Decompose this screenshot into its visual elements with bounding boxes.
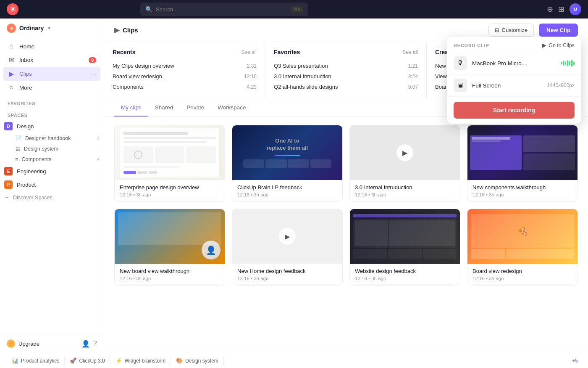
clip-card-2[interactable]: One AI toreplace them all ClickUp Brain [232, 125, 343, 202]
help-icon[interactable]: ? [93, 340, 97, 347]
page-title: Clips [123, 26, 138, 34]
record-clip-title: RECORD CLIP [454, 43, 489, 48]
design-space-label: Design [17, 123, 34, 130]
user-avatar[interactable]: U [570, 3, 581, 15]
favorite-item-1[interactable]: 3.0 Internal Intruduction 3:24 [274, 71, 418, 82]
add-icon[interactable]: ⊕ [547, 5, 553, 14]
tab-my-clips[interactable]: My clips [114, 99, 148, 116]
sidebar-item-clips[interactable]: ▶ Clips ··· [3, 67, 100, 81]
discover-spaces[interactable]: ＋ Discover Spaces [0, 191, 104, 204]
goto-clips-button[interactable]: ▶ Go to Clips [542, 42, 575, 48]
record-option-screen[interactable]: 🖥 Full Screen 1440x900px [447, 74, 581, 97]
clip-info-2: ClickUp Brain LP feedback 12:16 • 3h ago [232, 180, 342, 201]
clip-time-1: 12:16 [120, 192, 132, 197]
clip-card-3[interactable]: ▶ 3.0 Internal Intruduction 12:16 • 3h a… [349, 125, 460, 202]
favorites-see-all[interactable]: See all [402, 49, 418, 55]
clip-meta-6: 12:16 • 3h ago [237, 276, 337, 281]
upgrade-logo [7, 339, 15, 348]
header-actions: ⊞ Customize New Clip [488, 24, 578, 37]
sidebar-space-product[interactable]: P Product [0, 178, 104, 191]
customize-button[interactable]: ⊞ Customize [488, 24, 534, 37]
tab-private[interactable]: Private [180, 99, 211, 116]
new-clip-button[interactable]: New Clip [539, 24, 578, 37]
play-icon-6: ▶ [279, 228, 296, 245]
favorite-item-0-time: 1:21 [408, 63, 418, 69]
goto-clips-label: Go to Clips [549, 42, 575, 48]
design-space-avatar: D [4, 122, 13, 130]
start-recording-button[interactable]: Start recording [454, 102, 575, 119]
mic-bar-5 [569, 61, 570, 65]
customize-label: Customize [502, 27, 528, 33]
product-space-label: Product [17, 182, 36, 188]
engineering-space-avatar: E [4, 167, 13, 175]
record-popup-header: RECORD CLIP ▶ Go to Clips [447, 37, 581, 52]
tab-workspace[interactable]: Workspace [211, 99, 252, 116]
clip-thumb-bg-6: ▶ [232, 209, 342, 264]
recents-title: Recents [113, 49, 135, 56]
clip-thumbnail-2: One AI toreplace them all [232, 125, 342, 180]
inbox-icon: ✉ [8, 56, 15, 64]
product-space-avatar: P [4, 180, 13, 189]
list-icon: ≡ [15, 156, 18, 162]
sidebar-space-engineering[interactable]: E Engineering [0, 164, 104, 178]
taskbar-more-button[interactable]: +5 [569, 356, 581, 365]
tab-shared[interactable]: Shared [148, 99, 180, 116]
clip-card-4[interactable]: New components walkthrough 12:16 • 3h ag… [467, 125, 578, 202]
clip-ago-6: 3h ago [254, 276, 268, 281]
topbar-right: ⊕ ⊞ U [547, 3, 581, 15]
clip-card-6[interactable]: ▶ New Home design feedback 12:16 • 3h ag… [232, 209, 343, 286]
sidebar-sub-design-system[interactable]: 🗂 Design system [0, 143, 104, 154]
grid-icon[interactable]: ⊞ [558, 5, 564, 14]
sidebar-space-design[interactable]: D Design [0, 119, 104, 133]
sidebar-sub-components[interactable]: ≡ Components 4 [0, 154, 104, 164]
mic-bar-6 [571, 60, 572, 66]
clip-card-5[interactable]: 👤 New board view walkthrough 12:16 • 3h … [114, 209, 225, 286]
app-logo[interactable]: ☀ [7, 3, 18, 15]
recent-item-2[interactable]: Components 4:23 [113, 82, 257, 92]
inbox-badge: 9 [89, 57, 96, 63]
favorite-item-2[interactable]: Q2 all-hands slide designs 9:07 [274, 82, 418, 92]
clip-time-4: 12:16 [472, 192, 485, 197]
clip-thumb-bg-5: 👤 [115, 209, 225, 264]
taskbar-widget-brainstorm[interactable]: ⚡ Widget brainstorm [110, 356, 171, 365]
clip-thumbnail-4 [467, 125, 578, 180]
global-search[interactable]: 🔍 Search... ⌘K [140, 3, 308, 16]
clip-thumb-bg-3: ▶ [350, 125, 460, 180]
folder-icon: 🗂 [15, 146, 21, 152]
taskbar-product-analytics[interactable]: 📊 Product analytics [7, 356, 65, 365]
clip-meta-8: 12:16 • 3h ago [472, 276, 572, 281]
discover-spaces-label: Discover Spaces [13, 195, 52, 201]
sidebar-item-home-label: Home [19, 43, 34, 50]
favorite-item-0[interactable]: Q3 Sales presentation 1:21 [274, 61, 418, 71]
clip-card-8[interactable]: 🍕 Board view redesign 12:16 • [467, 209, 578, 286]
page-title-area: ▶ Clips [114, 26, 138, 34]
clip-info-8: Board view redesign 12:16 • 3h ago [467, 264, 578, 285]
recent-item-2-time: 4:23 [247, 84, 257, 90]
search-shortcut: ⌘K [291, 6, 303, 13]
sidebar-sub-designer-handbook[interactable]: 📄 Designer handbook 4 [0, 133, 104, 143]
workspace-header[interactable]: ☀ Ordinary ▾ [0, 19, 104, 38]
user-bottom-icon[interactable]: 👤 [81, 340, 90, 348]
clip-card-7[interactable]: Website design feedback 12:16 • 3h ago [349, 209, 460, 286]
upgrade-label[interactable]: Upgrade [18, 341, 78, 347]
clips-more-icon[interactable]: ··· [91, 70, 96, 78]
sidebar-item-inbox[interactable]: ✉ Inbox 9 [3, 53, 100, 67]
taskbar-clickup-3[interactable]: 🚀 ClickUp 3.0 [65, 356, 110, 365]
sidebar-item-more[interactable]: ○ More [3, 81, 100, 94]
recents-see-all[interactable]: See all [241, 49, 257, 55]
clip-card-1[interactable]: Enterprise page design overview 12:16 • … [114, 125, 225, 202]
clip-meta-5: 12:16 • 3h ago [120, 276, 220, 281]
home-icon: ⌂ [8, 42, 15, 50]
recent-item-1[interactable]: Board view redesign 12:16 [113, 71, 257, 82]
recent-item-0[interactable]: My Clips design overview 2:31 [113, 61, 257, 71]
record-option-mic[interactable]: 🎙 MacBook Pro Micro... [447, 52, 581, 74]
document-icon: 📄 [15, 135, 22, 141]
clip-info-1: Enterprise page design overview 12:16 • … [115, 180, 225, 201]
design-system-icon: 🎨 [176, 357, 183, 364]
sidebar-item-home[interactable]: ⌂ Home [3, 40, 100, 53]
screen-option-icon: 🖥 [454, 79, 467, 92]
widget-brainstorm-label: Widget brainstorm [125, 358, 165, 364]
clip-time-5: 12:16 [120, 276, 132, 281]
clip-thumb-bg-4 [467, 125, 578, 180]
taskbar-design-system[interactable]: 🎨 Design system [171, 356, 224, 365]
